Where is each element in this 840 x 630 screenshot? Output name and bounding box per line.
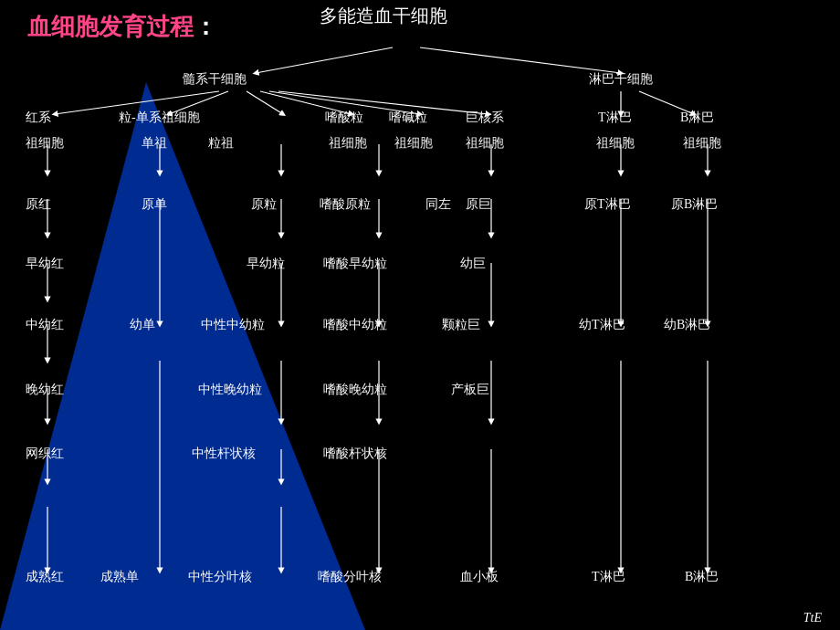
ancestor-red: 祖细胞 <box>26 135 64 152</box>
acid-ancestor: 祖细胞 <box>329 135 367 152</box>
red-series: 红系 <box>26 110 51 126</box>
T-ancestor: 祖细胞 <box>596 135 635 152</box>
base-ancestor: 祖细胞 <box>394 135 433 152</box>
eosino-seg: 嗜酸分叶核 <box>318 569 382 585</box>
tongzuo: 同左 <box>425 196 451 213</box>
early-mega: 幼巨 <box>460 256 486 272</box>
proto-gran: 原粒 <box>251 196 277 213</box>
marrow-stem-cell: 髓系干细胞 <box>183 71 247 88</box>
title-row: 血细胞发育过程 ： <box>27 11 225 43</box>
mature-red: 成熟红 <box>26 569 64 585</box>
early-red: 早幼红 <box>26 256 64 272</box>
young-T: 幼T淋巴 <box>579 317 625 333</box>
neutral-late-gran: 中性晚幼粒 <box>198 382 262 398</box>
granule-mono: 粒-单系祖细胞 <box>119 110 200 126</box>
young-B: 幼B淋巴 <box>664 317 710 333</box>
mega-series: 巨核系 <box>466 110 504 126</box>
neutral-rod: 中性杆状核 <box>192 446 256 462</box>
eosino-mid-gran: 嗜酸中幼粒 <box>323 317 387 333</box>
proto-red: 原红 <box>26 196 51 213</box>
B-lymph-mature: B淋巴 <box>685 569 719 585</box>
retic-red: 网织红 <box>26 446 64 462</box>
neutral-mid-gran: 中性中幼粒 <box>201 317 265 333</box>
footer-text: TtE <box>803 611 822 625</box>
proto-T: 原T淋巴 <box>584 196 631 213</box>
eosino-rod: 嗜酸杆状核 <box>323 446 387 462</box>
young-mono: 幼单 <box>130 317 155 333</box>
neutral-seg: 中性分叶核 <box>188 569 252 585</box>
eosino-late-gran: 嗜酸晚幼粒 <box>323 382 387 398</box>
granule-ancestor: 粒祖 <box>208 135 234 152</box>
mono-ancestor: 单祖 <box>142 135 167 152</box>
T-lymph-label: T淋巴 <box>598 110 632 126</box>
late-red: 晚幼红 <box>26 382 64 398</box>
eosino-proto: 嗜酸原粒 <box>320 196 371 213</box>
lymph-stem-cell: 淋巴干细胞 <box>589 71 653 88</box>
proto-mega: 原巨 <box>466 196 491 213</box>
plate-mega: 产板巨 <box>451 382 489 398</box>
baso-granule: 嗜碱粒 <box>389 110 427 126</box>
mature-mono: 成熟单 <box>100 569 139 585</box>
proto-mono: 原单 <box>142 196 167 213</box>
platelet: 血小板 <box>460 569 499 585</box>
early-gran: 早幼粒 <box>247 256 285 272</box>
granule-mega: 颗粒巨 <box>442 317 480 333</box>
B-ancestor: 祖细胞 <box>683 135 721 152</box>
mid-red: 中幼红 <box>26 317 64 333</box>
title-sub: 多能造血干细胞 <box>320 4 447 28</box>
title-main: 血细胞发育过程 <box>27 11 194 43</box>
eosino-early: 嗜酸早幼粒 <box>323 256 387 272</box>
mega-ancestor: 祖细胞 <box>466 135 504 152</box>
T-lymph-mature: T淋巴 <box>592 569 625 585</box>
B-lymph-label: B淋巴 <box>680 110 714 126</box>
proto-B: 原B淋巴 <box>671 196 718 213</box>
eosino-granule: 嗜酸粒 <box>325 110 363 126</box>
title-colon: ： <box>194 11 217 43</box>
